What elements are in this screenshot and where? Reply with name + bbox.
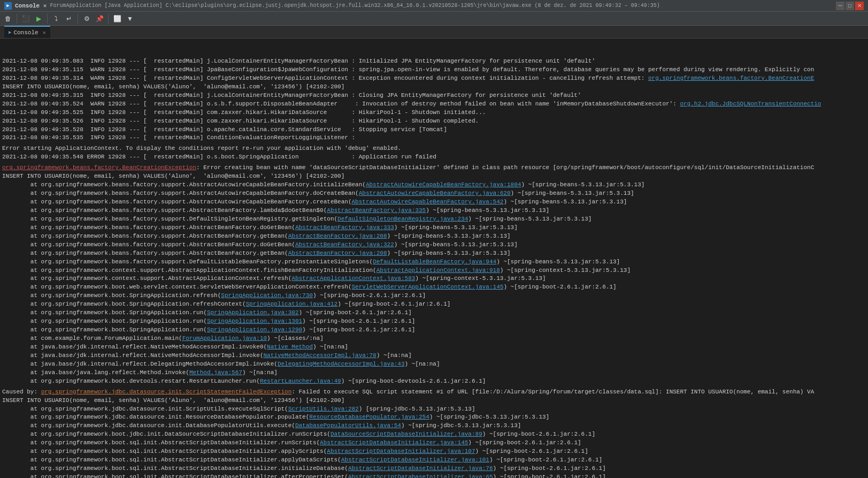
console-line: at java.base/java.lang.reflect.Method.in… [2, 369, 866, 377]
at-line-link[interactable]: DataSourceScriptDatabaseInitializer.java… [331, 431, 482, 437]
at-line-prefix: at org.springframework.jdbc.datasource.i… [2, 406, 288, 412]
console-line: at org.springframework.beans.factory.sup… [2, 198, 866, 207]
at-line-link[interactable]: AbstractApplicationContext.java:583 [291, 275, 415, 282]
at-line-prefix: at org.springframework.boot.jdbc.init.Da… [2, 431, 331, 437]
at-line-link[interactable]: ScriptUtils.java:282 [288, 406, 359, 412]
at-line-link[interactable]: NativeMethodAccessorImpl.java:78 [263, 352, 376, 359]
toolbar-sep-2 [47, 14, 48, 24]
at-line-suffix: ) ~[spring-beans-5.3.13.jar:5.3.13] [496, 259, 620, 265]
at-line-prefix: at org.springframework.beans.factory.sup… [2, 207, 327, 214]
at-line-link[interactable]: AbstractScriptDatabaseInitializer.java:1… [341, 457, 489, 463]
at-line-link[interactable]: AbstractBeanFactory.java:322 [295, 241, 394, 248]
at-line-prefix: at org.springframework.beans.factory.sup… [2, 190, 359, 196]
at-line-link[interactable]: ResourceDatabasePopulator.java:254 [309, 414, 429, 420]
console-line: at org.springframework.jdbc.datasource.i… [2, 422, 866, 430]
view-menu-button[interactable]: ▼ [124, 13, 136, 25]
at-line-prefix: at org.springframework.boot.SpringApplic… [2, 292, 221, 299]
clear-button[interactable]: 🗑 [2, 13, 14, 25]
at-line-link[interactable]: SpringApplication.java:302 [207, 309, 299, 316]
at-line-suffix: ) ~[spring-boot-2.6.1.jar:2.6.1] [313, 292, 426, 299]
app-title: ForumApplication [Java Application] C:\e… [50, 3, 659, 9]
at-line-link[interactable]: DelegatingMethodAccessorImpl.java:43 [278, 361, 405, 367]
at-line-link[interactable]: ForumApplication.java:10 [182, 335, 267, 342]
run-button[interactable]: ▶ [33, 13, 44, 25]
warn-link[interactable]: org.springframework.beans.factory.BeanCr… [648, 75, 814, 81]
at-line-suffix: ) [spring-jdbc-5.3.13.jar:5.3.13] [359, 406, 475, 412]
at-line-suffix: ) ~[spring-boot-2.6.1.jar:2.6.1] [503, 284, 616, 290]
at-line-suffix: ) ~[spring-boot-2.6.1.jar:2.6.1] [475, 448, 588, 454]
console-line: at org.springframework.beans.factory.sup… [2, 232, 866, 241]
console-line: at java.base/jdk.internal.reflect.Delega… [2, 360, 866, 369]
console-line: 2021-12-08 09:49:35.528 INFO 12928 --- [… [2, 126, 866, 134]
at-line-link[interactable]: SpringApplication.java:1290 [207, 327, 302, 333]
at-line-link[interactable]: AbstractAutowireCapableBeanFactory.java:… [366, 181, 521, 188]
console-tab[interactable]: ▶ Console ✕ [4, 26, 50, 38]
pin-button[interactable]: 📌 [94, 13, 105, 25]
at-line-link[interactable]: AbstractBeanFactory.java:208 [288, 233, 387, 239]
at-line-suffix: ) ~[spring-beans-5.3.13.jar:5.3.13] [394, 224, 518, 231]
scroll-lock-button[interactable]: ⤵ [50, 13, 62, 25]
maximize-button[interactable]: □ [846, 2, 854, 10]
console-line: at org.springframework.jdbc.datasource.i… [2, 413, 866, 422]
at-line-link[interactable]: AbstractAutowireCapableBeanFactory.java:… [359, 190, 511, 196]
minimize-button[interactable]: ─ [836, 2, 844, 10]
console-line: at org.springframework.beans.factory.sup… [2, 207, 866, 215]
console-tab-close[interactable]: ✕ [43, 29, 46, 36]
at-line-link[interactable]: Native Method [267, 344, 313, 350]
console-line: org.springframework.beans.factory.BeanCr… [2, 164, 866, 172]
at-line-suffix: ) ~[spring-boot-2.6.1.jar:2.6.1] [302, 318, 415, 324]
at-line-prefix: at org.springframework.jdbc.datasource.i… [2, 414, 309, 420]
at-line-link[interactable]: AbstractBeanFactory.java:333 [295, 224, 394, 231]
console-line: at org.springframework.boot.jdbc.init.Da… [2, 430, 866, 439]
at-line-prefix: at org.springframework.beans.factory.sup… [2, 250, 288, 256]
at-line-link[interactable]: ServletWebServerApplicationContext.java:… [352, 284, 504, 290]
console-line: at org.springframework.beans.factory.sup… [2, 189, 866, 198]
at-line-link[interactable]: AbstractBeanFactory.java:335 [327, 207, 426, 214]
warn-link[interactable]: org.h2.jdbc.JdbcSQLNonTransientConnectio [680, 101, 821, 107]
at-line-link[interactable]: Method.java:567 [189, 369, 242, 376]
bean-creation-exception-link[interactable]: org.springframework.beans.factory.BeanCr… [2, 164, 196, 171]
at-line-prefix: at org.springframework.context.support.A… [2, 267, 377, 274]
window-controls[interactable]: ─ □ ✕ [836, 2, 864, 10]
at-line-link[interactable]: RestartLauncher.java:49 [260, 378, 341, 384]
at-line-prefix: at org.springframework.boot.sql.init.Abs… [2, 457, 341, 463]
console-line: INSERT INTO USUARIO(nome, email, senha) … [2, 397, 866, 405]
settings-button[interactable]: ⚙ [81, 13, 93, 25]
console-line: 2021-12-08 09:49:35.314 WARN 12928 --- [… [2, 74, 866, 83]
console-body[interactable]: 2021-12-08 09:49:35.083 INFO 12928 --- [… [0, 39, 868, 478]
at-line-link[interactable]: SpringApplication.java:730 [221, 292, 313, 299]
stop-button[interactable]: ⬛ [20, 13, 32, 25]
at-line-prefix: at org.springframework.beans.factory.sup… [2, 233, 288, 239]
at-line-link[interactable]: DefaultSingletonBeanRegistry.java:234 [337, 216, 468, 222]
maximize-console-button[interactable]: ⬜ [111, 13, 123, 25]
console-line: at org.springframework.boot.web.servlet.… [2, 283, 866, 292]
title-bar: ▶ Console ✕ ForumApplication [Java Appli… [0, 0, 868, 12]
console-line: at org.springframework.beans.factory.sup… [2, 224, 866, 232]
at-line-link[interactable]: AbstractAutowireCapableBeanFactory.java:… [352, 199, 504, 205]
at-line-prefix: at com.example.forum.ForumApplication.ma… [2, 335, 182, 342]
caused-by-link[interactable]: org.springframework.jdbc.datasource.init… [41, 389, 292, 395]
at-line-link[interactable]: AbstractApplicationContext.java:918 [377, 267, 500, 274]
at-line-link[interactable]: DefaultListableBeanFactory.java:944 [373, 259, 496, 265]
at-line-link[interactable]: SpringApplication.java:1301 [207, 318, 302, 324]
at-line-link[interactable]: AbstractScriptDatabaseInitializer.java:1… [320, 439, 468, 446]
console-line: at org.springframework.context.support.A… [2, 267, 866, 275]
console-line: at org.springframework.beans.factory.sup… [2, 249, 866, 258]
console-line: INSERT INTO USUARIO(nome, email, senha) … [2, 172, 866, 181]
at-line-link[interactable]: AbstractScriptDatabaseInitializer.java:7… [348, 465, 493, 472]
word-wrap-button[interactable]: ↵ [63, 13, 75, 25]
console-line: 2021-12-08 09:49:35.525 INFO 12928 --- [… [2, 109, 866, 117]
console-line: 2021-12-08 09:49:35.115 WARN 12928 --- [… [2, 66, 866, 74]
at-line-link[interactable]: SpringApplication.java:412 [245, 301, 337, 307]
at-line-suffix: ) ~[spring-boot-2.6.1.jar:2.6.1] [337, 301, 450, 307]
console-line: at java.base/jdk.internal.reflect.Native… [2, 343, 866, 352]
at-line-suffix: ) ~[spring-beans-5.3.13.jar:5.3.13] [387, 250, 511, 256]
at-line-link[interactable]: DatabasePopulatorUtils.java:54 [295, 422, 401, 429]
close-window-button[interactable]: ✕ [855, 2, 864, 10]
at-line-link[interactable]: AbstractScriptDatabaseInitializer.java:1… [327, 448, 475, 454]
console-line: at org.springframework.boot.SpringApplic… [2, 309, 866, 317]
caused-by-label: Caused by: [2, 389, 41, 395]
at-line-link[interactable]: AbstractScriptDatabaseInitializer.java:6… [348, 474, 493, 478]
at-line-suffix: ) ~[spring-beans-5.3.13.jar:5.3.13] [394, 241, 518, 248]
at-line-link[interactable]: AbstractBeanFactory.java:208 [288, 250, 387, 256]
